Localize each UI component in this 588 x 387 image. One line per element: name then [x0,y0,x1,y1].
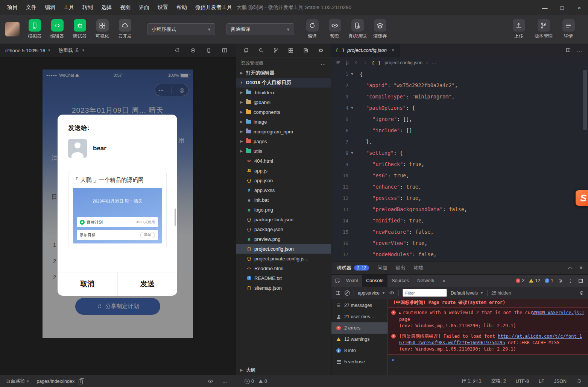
statusbar-空格: 2[interactable]: 空格: 2 [491,378,506,384]
tree-item-README.txt[interactable]: iREADME.txt [236,273,331,283]
debug-icon[interactable] [318,47,324,53]
statusbar-LF[interactable]: LF [539,379,544,384]
debugger-tab-终端[interactable]: 终端 [413,265,423,271]
info-count[interactable]: i1 [545,278,553,283]
fold-chevron-icon[interactable]: ▼ [348,72,356,76]
add-button[interactable]: 添加 [140,232,155,238]
warning-count[interactable]: 12 [529,278,540,283]
contact-row[interactable]: bear [58,132,177,164]
console-filter-2 errors[interactable]: ×2 errors [331,322,387,334]
more-tabs-chevron[interactable]: » [439,275,450,287]
tool-真机调试[interactable]: 真机调试 [348,19,367,39]
console-filter-27 messages[interactable]: ☰27 messages [331,300,387,311]
bell-icon[interactable] [576,378,582,384]
debugger-tab-输出[interactable]: 输出 [395,265,405,271]
clear-console-icon[interactable] [345,290,350,296]
devtools-tab-Sources[interactable]: Sources [387,275,413,287]
console-filter-8 info[interactable]: i8 info [331,345,387,356]
open-editors-section[interactable]: ▶ 打开的编辑器 [236,68,331,78]
tree-item-app.js[interactable]: JSapp.js [236,166,331,175]
tree-item-project.config.json[interactable]: {}project.config.json [236,244,331,254]
restart-icon[interactable] [174,47,180,53]
tree-item-.hbuilderx[interactable]: ▶.hbuilderx [236,88,331,97]
multi-window-icon[interactable] [222,47,228,53]
dialog-scrollbar[interactable] [175,209,176,226]
tree-item-package.json[interactable]: {}package.json [236,224,331,234]
tool-详情[interactable]: 详情 [559,19,578,39]
device-select[interactable]: iPhone 5 100% 16 ▼ [5,48,51,53]
tool-模拟器[interactable]: 模拟器 [25,19,44,39]
statusbar-JSON[interactable]: JSON [554,379,567,384]
screenshot-icon[interactable] [190,47,196,53]
menu-item-视图[interactable]: 视图 [117,3,134,12]
extensions-icon[interactable] [288,47,294,53]
menu-item-帮助[interactable]: 帮助 [173,3,190,12]
console-sidebar-toggle-icon[interactable] [335,290,341,296]
bookmark-icon[interactable] [345,60,350,65]
statusbar-行 1, 列 1[interactable]: 行 1, 列 1 [462,378,482,384]
problems-summary[interactable]: ×0 0 [245,379,267,384]
split-editor-icon[interactable] [565,47,571,53]
inspect-element-icon[interactable] [334,278,340,284]
tool-调试器[interactable]: 调试器 [70,19,90,39]
tree-item-utils[interactable]: ▶utils [236,146,331,156]
fold-chevron-icon[interactable]: ▼ [348,106,356,110]
kebab-menu-icon[interactable]: ⋮ [568,278,573,284]
live-expression-eye-icon[interactable] [389,290,395,296]
more-actions-icon[interactable]: … [321,60,326,66]
console-filter-input[interactable] [403,289,447,297]
error-count[interactable]: ×2 [516,278,524,283]
mode-select[interactable]: 小程序模式 ▼ [147,23,215,35]
breadcrumb-more[interactable]: … [432,60,437,65]
tab-project-config-json[interactable]: {﹒} project.config.json × [331,44,400,57]
menu-item-选择[interactable]: 选择 [98,3,115,12]
cancel-button[interactable]: 取消 [58,272,117,296]
tree-item-pages[interactable]: ▶pages [236,136,331,146]
console-prompt[interactable]: > [388,355,588,365]
hot-reload-toggle[interactable]: 热重载 关 ▼ [58,47,85,54]
files-icon[interactable] [243,47,249,53]
tree-item-@babel[interactable]: ▶@babel [236,97,331,107]
tree-item-app.wxss[interactable]: #app.wxss [236,185,331,195]
source-location-link[interactable]: VM139 WAService.js:1 [532,310,584,316]
expand-triangle-icon[interactable]: ▶ [399,311,401,315]
context-select[interactable]: appservice ▼ [358,290,385,296]
avatar[interactable] [5,22,20,36]
floating-s-badge[interactable]: S [576,190,588,206]
tree-item-init.bat[interactable]: ▣init.bat [236,195,331,205]
collapse-panel-icon[interactable] [568,266,573,271]
menu-item-编辑[interactable]: 编辑 [41,3,59,12]
tool-编译[interactable]: 编译 [302,19,322,39]
save-all-icon[interactable] [303,47,309,53]
copy-icon[interactable] [79,379,83,384]
menu-item-设置[interactable]: 设置 [154,3,172,12]
outline-section[interactable]: ▶ 大纲 [236,365,331,375]
preview-eye-icon[interactable] [208,378,213,384]
log-levels-select[interactable]: Default levels ▼ [451,290,483,296]
debugger-tab-调试器[interactable]: 调试器2, 12 [337,265,369,271]
fold-chevron-icon[interactable]: ▼ [348,151,356,155]
tool-上传[interactable]: 上传 [509,19,529,39]
console-settings-icon[interactable] [579,290,584,296]
tree-item-components[interactable]: ▶components [236,107,331,117]
outline-list-icon[interactable] [336,60,341,65]
close-icon[interactable]: × [392,47,395,53]
close-icon[interactable]: × [579,265,583,271]
tool-预览[interactable]: 预览 [325,19,345,39]
compile-mode-select[interactable]: 普通编译 ▼ [226,23,294,35]
menu-item-微信开发者工具[interactable]: 微信开发者工具 [192,3,236,12]
navigate-back-icon[interactable] [354,60,359,65]
tree-item-sitemap.json[interactable]: {}sitemap.json [236,283,331,293]
tree-item-preview.png[interactable]: ▦preview.png [236,234,331,244]
send-button[interactable]: 发送 [118,272,178,296]
menu-item-转到[interactable]: 转到 [79,3,96,12]
search-icon[interactable] [258,47,264,53]
close-button[interactable]: × [571,0,588,15]
breadcrumb-file[interactable]: project.config.json [384,60,422,65]
menu-item-界面[interactable]: 界面 [135,3,153,12]
tool-清缓存[interactable]: 清缓存 [370,19,390,39]
minimize-button[interactable]: — [536,0,553,15]
maximize-button[interactable]: □ [553,0,571,15]
navigate-forward-icon[interactable] [363,60,368,65]
menu-item-工具[interactable]: 工具 [60,3,77,12]
